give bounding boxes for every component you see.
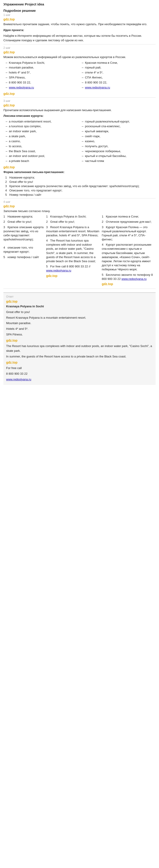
step-label-1: 1 шаг <box>3 13 156 17</box>
section-2: 2 шаг gdz.top Можем воспользоваться инфо… <box>3 46 156 95</box>
watermark-2: gdz.top <box>3 50 156 54</box>
right-item: 1 Красная поляна в Сочи; <box>102 215 156 219</box>
answer-line-7: The Resort has luxurious spa complexes w… <box>6 344 153 353</box>
plan-item: 1 Название курорта; <box>3 215 44 219</box>
list-item: 8 800 900 33 22, <box>6 81 80 85</box>
section2-columns: Krasnaya Polyana in Sochi, mountain para… <box>6 61 156 91</box>
list-item: Krasnaya Polyana in Sochi, <box>6 61 80 65</box>
form-item: 1 Название курорта; <box>5 176 156 179</box>
list-item: казино, <box>82 139 156 144</box>
answer-line-4: Mountain paradise. <box>6 321 153 326</box>
list-item: a private beach <box>6 159 80 163</box>
right-item: 2 Отличное предложение для вас!; <box>102 220 156 224</box>
mid-item: 4 The Resort has luxurious spa complexes… <box>46 239 100 263</box>
answer-line-1: Krasnaya Polyana in Sochi <box>6 304 153 309</box>
form-item: 3 Краткое описание курорта (количество з… <box>5 184 156 188</box>
watermark-3b: gdz.top <box>3 165 156 169</box>
list-item: частный пляж <box>82 159 156 163</box>
divider-1 <box>3 44 156 44</box>
list-item: скейт-парк, <box>82 134 156 138</box>
list-item: the Black Sea coast, <box>6 149 80 154</box>
list-item: hotels 4* and 5*, <box>6 70 80 75</box>
form-item: 5 Номер телефона / сайт <box>5 193 156 196</box>
answer-section: Ответ gdz.top Krasnaya Polyana in Sochi … <box>3 292 156 385</box>
watermark-answer-2: gdz.top <box>6 338 153 343</box>
list-item: отели 4* и 5*, <box>82 70 156 75</box>
right-item: 3 Курорт Красная Поляна — это горный раз… <box>102 225 156 242</box>
list-item: черноморское побережье, <box>82 149 156 154</box>
section-header-1: Подробное решение <box>3 9 156 12</box>
plan-item: 4 описание того, что предлагает курорт; <box>3 246 44 254</box>
answer-line-9: For free call <box>6 366 153 371</box>
step-label-3: 3 шаг <box>3 99 156 102</box>
section4-mid-col: 1 Krasnaya Polyana in Sochi; 2 Great off… <box>46 215 100 287</box>
section3-lexicon-columns: a mountain entertainment resort, a luxur… <box>6 120 156 164</box>
step-label-4: 4 шаг <box>3 200 156 204</box>
list-item: a skate park, <box>6 134 80 138</box>
answer-line-2: Great offer to you! <box>6 310 153 315</box>
answer-line-3: Resort Krasnaya Polyana is a mountain en… <box>6 315 153 320</box>
right-item: 4 Курорт располагает роскошными спа-комп… <box>102 243 156 272</box>
section4-table: 1 Название курорта; 2 Great offer to you… <box>3 215 156 287</box>
form-item: 2 Great offer to you! <box>5 180 156 184</box>
section1-project-label: Идея проекта: <box>3 28 156 32</box>
section3-lexicon-title: Лексика-описание курорта: <box>3 114 156 118</box>
list-item: горный развлекательный курорт, <box>82 120 156 124</box>
watermark-4c: gdz.top <box>102 282 156 286</box>
section3-form-title: Форма заполнения письма-приглашения: <box>3 170 156 175</box>
list-item: крытый аквапарк, <box>82 129 156 133</box>
list-item: SPA Fitness, <box>6 75 80 80</box>
watermark-4b: gdz.top <box>46 274 100 278</box>
list-item: a luxurious spa complex, <box>6 124 80 129</box>
list-item: получить доступ, <box>82 144 156 149</box>
list-item: an indoor water park, <box>6 129 80 133</box>
watermark-3: gdz.top <box>3 103 156 107</box>
mid-item: 2 Great offer to you!; <box>46 220 100 224</box>
answer-line-5: Hotels 4* and 5*. <box>6 327 153 331</box>
answer-line-10: 8 800 900 33 22 <box>6 372 153 376</box>
section1-project-text: Найдём в Интернете информацию об интерес… <box>3 34 156 42</box>
section2-left-list: Krasnaya Polyana in Sochi, mountain para… <box>6 61 80 91</box>
divider-3 <box>3 198 156 198</box>
answer-line-8: In summer, the guests of the Resort have… <box>6 354 153 359</box>
section3-right-list: горный развлекательный курорт, роскошный… <box>82 120 156 164</box>
list-item: a casino, <box>6 139 80 144</box>
list-item: to access, <box>6 144 80 149</box>
section3-left-list: a mountain entertainment resort, a luxur… <box>6 120 80 164</box>
mid-item: 5 For free call 8 800 900 33 22 // www.r… <box>46 265 100 273</box>
answer-content: Krasnaya Polyana in Sochi Great offer to… <box>6 304 153 382</box>
list-item: mountain paradise, <box>6 66 80 70</box>
mid-item: 1 Krasnaya Polyana in Sochi; <box>46 215 100 219</box>
section4-left-col: 1 Название курорта; 2 Great offer to you… <box>3 215 44 287</box>
watermark-2b: gdz.top <box>3 92 156 95</box>
page-title: Упражнение Project idea <box>3 2 156 6</box>
watermark-1: gdz.top <box>3 18 156 21</box>
answer-label: Ответ <box>6 295 153 298</box>
section2-right-list: Красная поляна в Сочи, горный рай, отели… <box>82 61 156 91</box>
section3-form-list: 1 Название курорта; 2 Great offer to you… <box>3 176 156 196</box>
answer-line-11: www.redpolyana.ru <box>6 377 153 382</box>
section2-intro: Можем воспользоваться информацией об одн… <box>3 55 156 59</box>
plan-item: 3 Краткое описание курорта (количество з… <box>3 225 44 242</box>
watermark-4: gdz.top <box>3 204 156 208</box>
section3-intro: Прочитаем вспомогательные выражения для … <box>3 108 156 113</box>
mid-item: 3 Resort Krasnaya Polyana is a mountain … <box>46 225 100 238</box>
answer-line-6: SPA Fitness. <box>6 332 153 337</box>
list-item: www.redpolyana.ru <box>82 86 156 90</box>
list-item: СПА Фитнес, <box>82 75 156 80</box>
section-3: 3 шаг gdz.top Прочитаем вспомогательные … <box>3 99 156 196</box>
plan-item: 2 Great offer to you!; <box>3 220 44 224</box>
section4-right-col: 1 Красная поляна в Сочи; 2 Отличное пред… <box>102 215 156 287</box>
section4-intro: Заполним письмо согласно плану. <box>3 209 156 213</box>
right-item: 5 Бесплатно звоните по телефону 8 800 90… <box>102 273 156 281</box>
watermark-answer: gdz.top <box>6 300 153 303</box>
list-item: горный рай, <box>82 66 156 70</box>
section-4: 4 шаг gdz.top Заполним письмо согласно п… <box>3 200 156 287</box>
plan-item: 5 номер телефона / сайт <box>3 255 44 259</box>
watermark-answer-3: gdz.top <box>6 360 153 365</box>
list-item: 8 800 900 33 22, <box>82 81 156 85</box>
section-1: Подробное решение 1 шаг gdz.top Внимател… <box>3 9 156 42</box>
list-item: a mountain entertainment resort, <box>6 120 80 124</box>
list-item: an indoor and outdoor pool, <box>6 154 80 158</box>
list-item: крытый и открытый бассейны, <box>82 154 156 158</box>
